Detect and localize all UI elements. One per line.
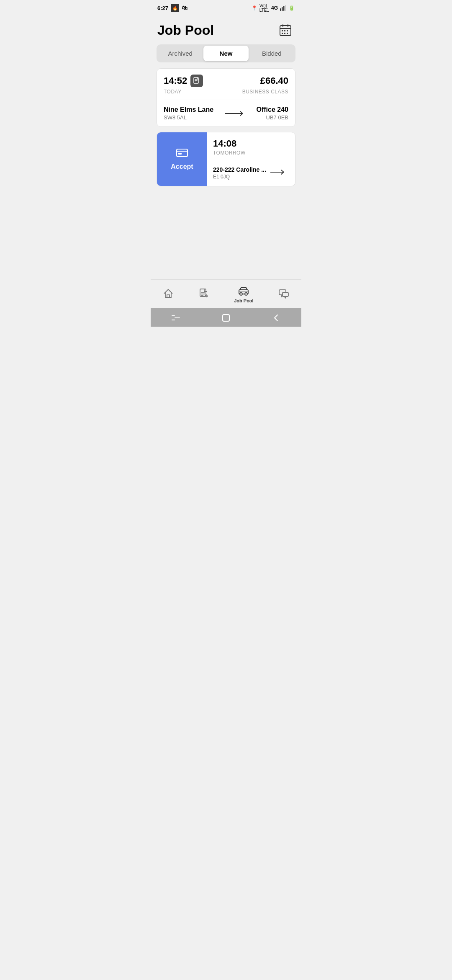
calendar-icon bbox=[279, 24, 292, 36]
signal-bars-icon bbox=[280, 5, 287, 11]
accept-label: Accept bbox=[171, 163, 193, 170]
svg-rect-38 bbox=[223, 315, 229, 321]
nav-chat[interactable] bbox=[273, 286, 294, 302]
job-2-route: 220-222 Caroline ... E1 0JQ bbox=[207, 161, 295, 185]
job-2-time: 14:08 bbox=[213, 138, 289, 149]
svg-rect-3 bbox=[285, 5, 286, 11]
job-1-class: BUSINESS CLASS bbox=[242, 89, 288, 95]
svg-rect-0 bbox=[280, 8, 281, 11]
tab-new[interactable]: New bbox=[203, 46, 248, 61]
job-1-price: £66.40 bbox=[260, 75, 288, 86]
svg-rect-20 bbox=[177, 149, 187, 157]
job-2-from: 220-222 Caroline ... E1 0JQ bbox=[213, 166, 266, 180]
doc-icon bbox=[190, 75, 203, 87]
job-list: 14:52 £66.40 TODAY BUSINESS CLASS bbox=[151, 68, 301, 233]
svg-rect-1 bbox=[282, 7, 283, 11]
status-bar: 6:27 🔥 🛍 📍 Vo))LTE1 4G 🔋 bbox=[151, 0, 301, 14]
job-1-to-name: Office 240 bbox=[257, 106, 288, 113]
job-1-sub: TODAY BUSINESS CLASS bbox=[157, 89, 295, 100]
tab-bar: Archived New Bidded bbox=[157, 44, 295, 62]
nav-jobpool-label: Job Pool bbox=[234, 298, 253, 303]
accept-button[interactable]: Accept bbox=[157, 132, 207, 186]
job-1-from-postcode: SW8 5AL bbox=[164, 114, 213, 121]
svg-rect-22 bbox=[178, 153, 182, 155]
nav-home[interactable] bbox=[158, 286, 179, 302]
job-2-details: 14:08 TOMORROW 220-222 Caroline ... E1 0… bbox=[207, 132, 295, 186]
page-title: Job Pool bbox=[157, 23, 214, 38]
bottom-nav: Job Pool bbox=[151, 279, 301, 308]
svg-rect-13 bbox=[287, 33, 288, 34]
android-home-btn[interactable] bbox=[220, 313, 232, 322]
job-1-from-name: Nine Elms Lane bbox=[164, 106, 213, 113]
job-1-time: 14:52 bbox=[164, 75, 187, 86]
network-label: 4G bbox=[271, 5, 278, 11]
job-card-1[interactable]: 14:52 £66.40 TODAY BUSINESS CLASS bbox=[157, 68, 295, 127]
status-right: 📍 Vo))LTE1 4G 🔋 bbox=[252, 3, 295, 13]
header: Job Pool bbox=[151, 14, 301, 44]
nav-docs[interactable] bbox=[193, 286, 214, 302]
car-icon bbox=[238, 286, 249, 297]
job-2-from-postcode: E1 0JQ bbox=[213, 174, 266, 180]
svg-rect-34 bbox=[282, 292, 288, 297]
home-icon bbox=[163, 288, 174, 299]
signal-label: Vo))LTE1 bbox=[259, 3, 269, 13]
bag-icon: 🛍 bbox=[182, 5, 187, 11]
route-arrow-1 bbox=[213, 110, 256, 117]
tab-archived[interactable]: Archived bbox=[158, 46, 203, 61]
svg-rect-8 bbox=[282, 30, 283, 31]
android-back-btn[interactable] bbox=[270, 313, 282, 322]
battery-icon: 🔋 bbox=[289, 5, 295, 11]
job-1-to-postcode: UB7 0EB bbox=[257, 114, 288, 121]
android-nav-bar bbox=[151, 308, 301, 327]
job-time-row: 14:52 bbox=[164, 75, 203, 87]
location-icon: 📍 bbox=[252, 5, 257, 11]
android-menu-btn[interactable] bbox=[170, 313, 182, 322]
job-2-day: TOMORROW bbox=[213, 150, 289, 156]
svg-rect-12 bbox=[284, 33, 285, 34]
route-arrow-2 bbox=[270, 169, 286, 177]
job-2-header: 14:08 TOMORROW bbox=[207, 132, 295, 157]
svg-point-31 bbox=[245, 293, 247, 295]
job-1-to: Office 240 UB7 0EB bbox=[257, 106, 288, 121]
status-left: 6:27 🔥 🛍 bbox=[157, 4, 187, 12]
svg-rect-24 bbox=[167, 295, 170, 297]
svg-rect-9 bbox=[284, 30, 285, 31]
svg-rect-11 bbox=[282, 33, 283, 34]
job-1-route: Nine Elms Lane SW8 5AL Office 240 UB7 0E… bbox=[157, 100, 295, 126]
nav-jobpool[interactable]: Job Pool bbox=[229, 284, 258, 305]
chat-icon bbox=[278, 288, 289, 299]
job-2-from-name: 220-222 Caroline ... bbox=[213, 166, 266, 173]
svg-rect-2 bbox=[283, 6, 285, 11]
accept-icon bbox=[176, 148, 188, 160]
job-card-1-header: 14:52 £66.40 bbox=[157, 69, 295, 89]
app-icon: 🔥 bbox=[171, 4, 179, 12]
svg-rect-10 bbox=[287, 30, 288, 31]
document-icon bbox=[198, 288, 209, 299]
job-1-from: Nine Elms Lane SW8 5AL bbox=[164, 106, 213, 121]
job-card-2[interactable]: Accept 14:08 TOMORROW 220-222 Caroline .… bbox=[157, 132, 295, 186]
calendar-button[interactable] bbox=[276, 21, 295, 39]
job-1-day: TODAY bbox=[164, 89, 182, 95]
tab-bidded[interactable]: Bidded bbox=[249, 46, 294, 61]
svg-point-30 bbox=[240, 293, 242, 295]
time-display: 6:27 bbox=[157, 5, 168, 11]
